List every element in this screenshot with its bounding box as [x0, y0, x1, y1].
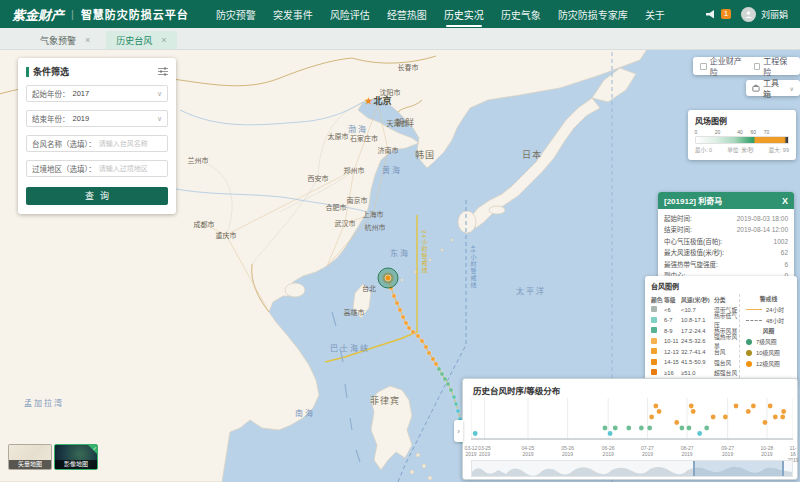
scatter-point[interactable] — [781, 409, 786, 414]
scatter-point[interactable] — [603, 426, 608, 431]
legend-swatch-cell — [651, 369, 664, 376]
tick-year: 2019 — [561, 451, 574, 457]
scatter-point[interactable] — [691, 409, 696, 414]
wind-tick: 60 — [750, 129, 756, 135]
checkbox-icon — [700, 63, 707, 70]
scatter-point[interactable] — [711, 415, 716, 420]
filter-panel: 条件筛选 起始年份：2017∨结束年份：2019∨台风名称（选填）：过境地区（选… — [18, 58, 176, 214]
filter-field-4[interactable]: 过境地区（选填）： — [26, 160, 168, 177]
tab-close-icon[interactable]: × — [161, 35, 166, 45]
wind-circle-item: 7级风圈 — [746, 336, 791, 347]
close-icon[interactable]: X — [782, 196, 788, 206]
notification-icon[interactable] — [705, 9, 716, 20]
tab-2[interactable]: 历史台风× — [106, 31, 176, 49]
scatter-point[interactable] — [704, 426, 709, 431]
warning-line-item: 24小时 — [746, 304, 791, 315]
track-point — [449, 388, 453, 392]
user-icon — [744, 10, 753, 19]
scatter-point[interactable] — [473, 431, 478, 436]
scatter-point[interactable] — [626, 426, 631, 431]
chart-brush[interactable] — [471, 460, 793, 477]
info-row: 最强热带气旋强度:6 — [664, 259, 788, 270]
track-point — [411, 330, 415, 334]
nav-item-8[interactable]: 关于 — [644, 0, 666, 31]
legend-level: 12-13 — [664, 349, 681, 355]
x-tick-label: 10-282019 — [761, 445, 774, 457]
chevron-down-icon: ∨ — [157, 115, 162, 123]
scatter-point[interactable] — [746, 409, 751, 414]
layer-checkbox-1[interactable]: 企业财产险 — [700, 55, 747, 77]
scatter-point[interactable] — [773, 415, 778, 420]
query-button[interactable]: 查询 — [26, 187, 168, 205]
legend-speed: 17.2-24.4 — [681, 328, 714, 334]
wind-circle-label: 10级风圈 — [756, 348, 780, 357]
scatter-point[interactable] — [639, 426, 644, 431]
nav-item-6[interactable]: 历史气象 — [500, 0, 542, 31]
scatter-point[interactable] — [780, 415, 785, 420]
wind-circle-item: 10级风圈 — [746, 347, 791, 358]
scatter-point[interactable] — [647, 426, 652, 431]
user-name[interactable]: 刘丽娟 — [761, 8, 788, 21]
info-row: 结束时间:2019-08-14 12:00 — [664, 224, 788, 235]
nav-item-5[interactable]: 历史实况 — [443, 0, 485, 31]
wind-circle-item: 12级风圈 — [746, 358, 791, 369]
color-swatch — [651, 338, 657, 344]
nav-item-4[interactable]: 经营热图 — [386, 0, 428, 31]
layer-checkbox-2[interactable]: 工程保险 — [754, 55, 793, 77]
nav-item-7[interactable]: 防灾防损专家库 — [557, 0, 629, 31]
scatter-point[interactable] — [674, 420, 679, 425]
wind-min-label: 最小: 0 — [695, 146, 712, 154]
scatter-point[interactable] — [613, 426, 618, 431]
filter-settings-icon[interactable] — [158, 67, 168, 76]
tick-year: 2019 — [465, 451, 478, 457]
field-input[interactable] — [99, 140, 157, 147]
scatter-point[interactable] — [763, 420, 768, 425]
scatter-point[interactable] — [687, 426, 692, 431]
avatar[interactable] — [741, 7, 756, 22]
brush-selection[interactable] — [693, 461, 784, 476]
legend-level: ≥16 — [664, 370, 681, 376]
filter-field-1[interactable]: 起始年份：2017∨ — [26, 85, 168, 102]
chart-collapse-toggle[interactable]: › — [454, 420, 463, 442]
legend-level: 8-9 — [664, 328, 681, 334]
field-label: 起始年份： — [32, 88, 70, 99]
nav-item-3[interactable]: 风险评估 — [329, 0, 371, 31]
basemap-thumb-image[interactable]: ✓影像地图 — [54, 444, 98, 470]
info-value: 2019-08-03 18:00 — [737, 213, 788, 224]
tick-year: 2019 — [721, 451, 734, 457]
tab-close-icon[interactable]: × — [85, 35, 90, 45]
legend-col-header: 等级 — [664, 295, 681, 304]
legend-col-header: 颜色 — [651, 295, 664, 304]
legend-level: 6-7 — [664, 317, 681, 323]
nav-item-2[interactable]: 突发事件 — [272, 0, 314, 31]
scatter-point[interactable] — [723, 415, 728, 420]
nav-item-1[interactable]: 防灾预警 — [215, 0, 257, 31]
scatter-point[interactable] — [653, 404, 658, 409]
scatter-point[interactable] — [751, 404, 756, 409]
wind-tick: 20 — [715, 129, 721, 135]
track-point — [401, 315, 405, 319]
nav-right: 1 刘丽娟 — [705, 7, 788, 22]
field-input[interactable] — [99, 165, 157, 172]
scatter-point[interactable] — [689, 404, 694, 409]
tab-bar: 气象预警×历史台风× — [0, 28, 800, 50]
tab-1[interactable]: 气象预警× — [30, 31, 100, 49]
scatter-point[interactable] — [697, 431, 702, 436]
filter-field-2[interactable]: 结束年份：2019∨ — [26, 110, 168, 127]
scatter-point[interactable] — [768, 404, 773, 409]
track-point — [407, 326, 411, 330]
basemap-thumb-vector[interactable]: 矢量地图 — [8, 444, 52, 470]
scatter-point[interactable] — [608, 431, 613, 436]
x-tick-label: 04-252019 — [522, 445, 535, 457]
scatter-point[interactable] — [734, 404, 739, 409]
toolbox-button[interactable]: 工具箱 ∨ — [746, 80, 800, 96]
filter-field-3[interactable]: 台风名称（选填）： — [26, 135, 168, 152]
scatter-point[interactable] — [649, 415, 654, 420]
toolbox-label: 工具箱 — [763, 77, 787, 99]
legend-col-header: 风速(米/秒) — [681, 295, 714, 304]
scatter-point[interactable] — [657, 409, 662, 414]
field-label: 过境地区（选填）： — [32, 163, 96, 174]
track-point — [395, 301, 399, 305]
scatter-point[interactable] — [680, 426, 685, 431]
typhoon-head[interactable] — [385, 275, 391, 281]
